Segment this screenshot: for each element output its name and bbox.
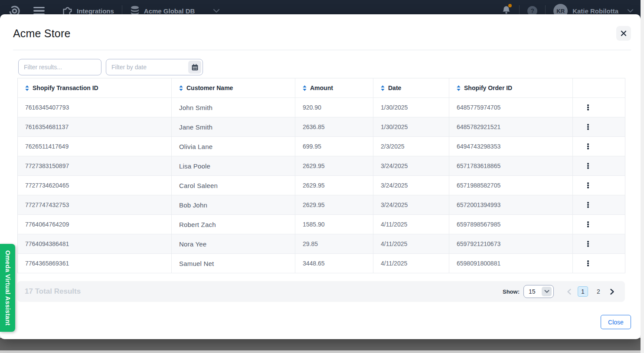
page-title: Acme Store — [13, 27, 71, 40]
page-button[interactable]: 1 — [578, 286, 588, 297]
table-row: 7764365869361Samuel Net3448.654/11/20256… — [18, 254, 625, 273]
cell-date: 1/30/2025 — [373, 117, 449, 137]
table-row: 7727734620465Carol Saleen2629.953/24/202… — [18, 176, 625, 195]
cell-order-id: 6571783618865 — [449, 156, 573, 176]
modal-header: Acme Store — [0, 14, 641, 41]
pagination: Show: 15 12 — [503, 285, 615, 298]
cell-date: 3/24/2025 — [373, 176, 449, 195]
kebab-menu-icon[interactable] — [585, 121, 592, 133]
column-header[interactable]: Shopify Order ID — [449, 78, 573, 98]
cell-amount: 2629.95 — [295, 176, 373, 195]
row-actions-cell — [573, 137, 625, 156]
kebab-menu-icon[interactable] — [585, 238, 592, 249]
chevron-down-icon — [542, 287, 552, 296]
kebab-menu-icon[interactable] — [585, 258, 592, 269]
cell-date: 3/24/2025 — [373, 156, 449, 176]
total-results: 17 Total Results — [25, 287, 81, 296]
cell-customer-name: Lisa Poole — [172, 156, 295, 176]
kebab-menu-icon[interactable] — [585, 180, 592, 191]
table-row: 7764064764209Robert Zach1585.904/11/2025… — [18, 215, 625, 234]
cell-customer-name: Bob John — [172, 195, 295, 215]
cell-amount: 2629.95 — [295, 156, 373, 176]
filter-results-input[interactable] — [18, 59, 101, 75]
close-button[interactable]: Close — [601, 315, 631, 329]
page-size-value: 15 — [529, 288, 536, 295]
next-page-icon[interactable] — [609, 288, 615, 296]
cell-order-id: 6571988582705 — [449, 176, 573, 195]
nav-integrations[interactable]: Integrations — [77, 7, 114, 15]
cell-amount: 920.90 — [295, 98, 373, 117]
virtual-assistant-tab[interactable]: Omeda Virtual Assistant — [0, 244, 15, 332]
chevron-down-icon[interactable] — [213, 9, 220, 13]
title-divider — [13, 50, 631, 50]
cell-transaction-id: 7616354681137 — [18, 117, 172, 137]
sort-icon — [381, 85, 385, 91]
cell-customer-name: Jane Smith — [172, 117, 295, 137]
table-footer: 17 Total Results Show: 15 — [17, 281, 625, 302]
sort-icon — [457, 85, 461, 91]
user-name[interactable]: Katie Robilotta — [572, 7, 618, 15]
cell-amount: 3448.65 — [295, 254, 373, 273]
kebab-menu-icon[interactable] — [585, 219, 592, 230]
table-row: 7727747432753Bob John2629.953/24/2025657… — [18, 195, 625, 215]
row-actions-cell — [573, 98, 625, 117]
column-header[interactable]: Amount — [295, 78, 373, 98]
menu-hamburger-icon[interactable] — [33, 7, 45, 15]
kebab-menu-icon[interactable] — [585, 141, 592, 152]
virtual-assistant-label: Omeda Virtual Assistant — [4, 250, 11, 326]
page-size-select[interactable]: 15 — [523, 285, 554, 298]
row-actions-cell — [573, 156, 625, 176]
kebab-menu-icon[interactable] — [585, 102, 592, 113]
cell-amount: 2629.95 — [295, 195, 373, 215]
results-table: Shopify Transaction IDCustomer NameAmoun… — [17, 78, 625, 273]
column-header[interactable]: Customer Name — [172, 78, 295, 98]
column-header[interactable]: Shopify Transaction ID — [18, 78, 172, 98]
table-row: 7626511417649Olivia Lane699.952/3/202564… — [18, 137, 625, 156]
table-row: 7616354681137Jane Smith2636.851/30/20256… — [18, 117, 625, 137]
actions-column-header — [573, 78, 625, 98]
page-background-strip — [0, 350, 644, 353]
cell-date: 1/30/2025 — [373, 98, 449, 117]
cell-date: 4/11/2025 — [373, 215, 449, 234]
page-numbers: 12 — [578, 286, 604, 297]
sort-icon — [25, 85, 29, 91]
cell-customer-name: Nora Yee — [172, 234, 295, 254]
show-label: Show: — [503, 288, 520, 295]
kebab-menu-icon[interactable] — [585, 199, 592, 211]
kebab-menu-icon[interactable] — [585, 160, 592, 172]
cell-transaction-id: 7616345407793 — [18, 98, 172, 117]
chevron-down-icon[interactable] — [627, 9, 634, 13]
cell-transaction-id: 7727383150897 — [18, 156, 172, 176]
cell-amount: 2636.85 — [295, 117, 373, 137]
cell-transaction-id: 7727734620465 — [18, 176, 172, 195]
sort-icon — [179, 85, 183, 91]
page-button[interactable]: 2 — [593, 286, 604, 297]
prev-page-icon[interactable] — [566, 288, 572, 296]
cell-date: 2/3/2025 — [373, 137, 449, 156]
row-actions-cell — [573, 234, 625, 254]
row-actions-cell — [573, 254, 625, 273]
cell-amount: 1585.90 — [295, 215, 373, 234]
close-icon[interactable] — [616, 26, 631, 41]
filter-date-group — [106, 59, 203, 75]
cell-order-id: 6572001394993 — [449, 195, 573, 215]
row-actions-cell — [573, 176, 625, 195]
table-row: 7727383150897Lisa Poole2629.953/24/20256… — [18, 156, 625, 176]
screen: Integrations Acme Global DB ? — [0, 0, 644, 353]
cell-date: 3/24/2025 — [373, 195, 449, 215]
row-actions-cell — [573, 117, 625, 137]
cell-transaction-id: 7727747432753 — [18, 195, 172, 215]
calendar-icon[interactable] — [188, 61, 201, 74]
cell-amount: 699.95 — [295, 137, 373, 156]
cell-transaction-id: 7764064764209 — [18, 215, 172, 234]
database-selector[interactable]: Acme Global DB — [144, 7, 195, 15]
filters-row — [18, 59, 641, 75]
page-scrollbar-track[interactable] — [641, 0, 644, 353]
table-row: 7616345407793John Smith920.901/30/202564… — [18, 98, 625, 117]
row-actions-cell — [573, 215, 625, 234]
cell-customer-name: John Smith — [172, 98, 295, 117]
cell-transaction-id: 7764094386481 — [18, 234, 172, 254]
cell-customer-name: Olivia Lane — [172, 137, 295, 156]
results-table-zone: Shopify Transaction IDCustomer NameAmoun… — [17, 78, 625, 302]
column-header[interactable]: Date — [373, 78, 449, 98]
